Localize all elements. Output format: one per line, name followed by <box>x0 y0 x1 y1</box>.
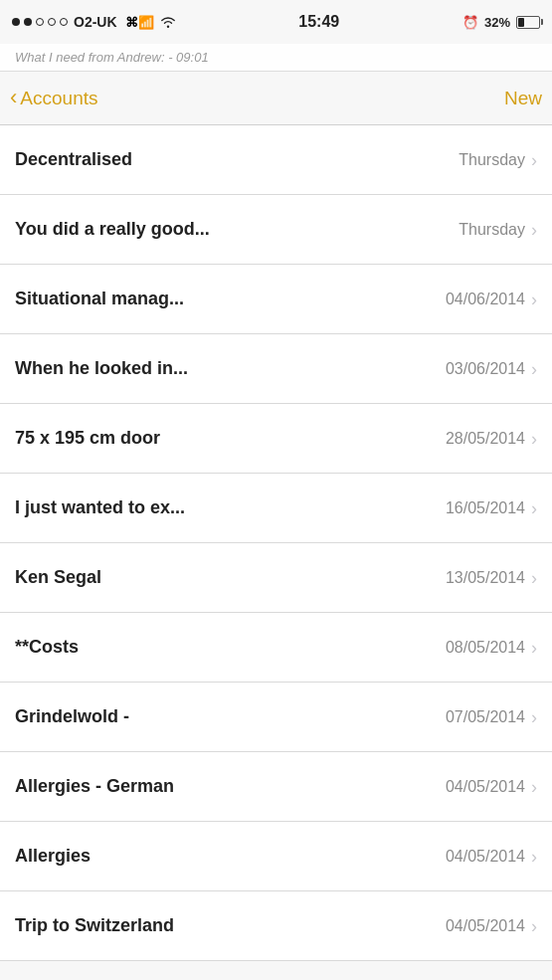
dot-5 <box>60 18 68 26</box>
dot-3 <box>36 18 44 26</box>
status-time: 15:49 <box>298 13 339 31</box>
chevron-right-icon: › <box>531 917 537 935</box>
list-item-title: Grindelwold - <box>15 706 129 726</box>
new-button[interactable]: New <box>504 88 542 109</box>
list-item[interactable]: Decentralised Thursday › <box>0 125 552 195</box>
list-item-right: 04/05/2014 › <box>446 848 537 866</box>
list-item-title: I just wanted to ex... <box>15 497 185 517</box>
list-item-title: 75 x 195 cm door <box>15 428 160 448</box>
list-item-content: You did a really good... <box>15 219 459 240</box>
list-item-date: 16/05/2014 <box>446 499 525 517</box>
wifi-icon: ⌘📶 <box>125 15 154 30</box>
list-item-date: 13/05/2014 <box>446 569 525 587</box>
list-item-right: 04/05/2014 › <box>446 778 537 796</box>
notification-banner: What I need from Andrew: - 09:01 <box>0 44 552 72</box>
list-item-content: **Costs <box>15 637 446 658</box>
chevron-right-icon: › <box>531 430 537 448</box>
back-chevron-icon: ‹ <box>10 87 17 108</box>
list-item-title: Decentralised <box>15 149 132 169</box>
chevron-right-icon: › <box>531 708 537 726</box>
status-left: O2-UK ⌘📶 <box>12 14 176 30</box>
battery-icon <box>516 16 540 29</box>
list-item-date: 04/05/2014 <box>446 917 525 935</box>
list-item[interactable]: You did a really good... Thursday › <box>0 195 552 265</box>
list-item-right: 03/06/2014 › <box>446 360 537 378</box>
list-item-content: Allergies <box>15 846 446 867</box>
list-item-date: 04/05/2014 <box>446 778 525 796</box>
list-item[interactable]: Ken Segal 13/05/2014 › <box>0 543 552 613</box>
chevron-right-icon: › <box>531 221 537 239</box>
list-item-title: Ken Segal <box>15 567 101 587</box>
back-button[interactable]: ‹ Accounts <box>10 88 97 109</box>
list-item-date: 04/05/2014 <box>446 848 525 866</box>
list-item[interactable]: Grindelwold - 07/05/2014 › <box>0 683 552 752</box>
chevron-right-icon: › <box>531 778 537 796</box>
list-item-date: Thursday <box>459 151 525 169</box>
notes-list: Decentralised Thursday › You did a reall… <box>0 125 552 961</box>
chevron-right-icon: › <box>531 848 537 866</box>
list-item[interactable]: I just wanted to ex... 16/05/2014 › <box>0 474 552 543</box>
list-item-date: 04/06/2014 <box>446 291 525 308</box>
notification-text: What I need from Andrew: - 09:01 <box>15 50 209 65</box>
list-item-right: Thursday › <box>459 151 537 169</box>
list-item-title: Allergies - German <box>15 776 174 796</box>
list-item-content: 75 x 195 cm door <box>15 428 446 449</box>
list-item-right: Thursday › <box>459 221 537 239</box>
list-item-date: Thursday <box>459 221 525 239</box>
chevron-right-icon: › <box>531 360 537 378</box>
list-item-content: Situational manag... <box>15 289 446 309</box>
list-item[interactable]: Allergies - German 04/05/2014 › <box>0 752 552 822</box>
list-item-date: 08/05/2014 <box>446 639 525 657</box>
list-item[interactable]: Trip to Switzerland 04/05/2014 › <box>0 891 552 961</box>
chevron-right-icon: › <box>531 639 537 657</box>
dot-2 <box>24 18 32 26</box>
list-item-date: 03/06/2014 <box>446 360 525 378</box>
list-item-content: Decentralised <box>15 149 459 170</box>
list-item-title: When he looked in... <box>15 358 188 378</box>
chevron-right-icon: › <box>531 151 537 169</box>
list-item-right: 28/05/2014 › <box>446 430 537 448</box>
list-item-title: You did a really good... <box>15 219 210 239</box>
list-item[interactable]: Situational manag... 04/06/2014 › <box>0 265 552 334</box>
chevron-right-icon: › <box>531 569 537 587</box>
chevron-right-icon: › <box>531 499 537 517</box>
chevron-right-icon: › <box>531 291 537 308</box>
list-item-date: 28/05/2014 <box>446 430 525 448</box>
alarm-icon: ⏰ <box>462 15 478 30</box>
signal-dots <box>12 18 68 26</box>
list-item-right: 04/05/2014 › <box>446 917 537 935</box>
list-item-content: Trip to Switzerland <box>15 915 446 936</box>
list-item-title: **Costs <box>15 637 79 657</box>
navigation-bar: ‹ Accounts New <box>0 72 552 125</box>
list-item-date: 07/05/2014 <box>446 708 525 726</box>
status-right: ⏰ 32% <box>462 15 540 30</box>
back-label: Accounts <box>20 88 97 109</box>
wifi-icon <box>160 16 176 28</box>
list-item-title: Allergies <box>15 846 91 866</box>
list-item-content: Ken Segal <box>15 567 446 588</box>
list-item-content: Grindelwold - <box>15 706 446 727</box>
dot-4 <box>48 18 56 26</box>
battery-fill <box>518 18 524 27</box>
list-item-right: 07/05/2014 › <box>446 708 537 726</box>
carrier-label: O2-UK <box>74 14 117 30</box>
battery-percent: 32% <box>484 15 510 30</box>
list-item[interactable]: 75 x 195 cm door 28/05/2014 › <box>0 404 552 474</box>
status-bar: O2-UK ⌘📶 15:49 ⏰ 32% <box>0 0 552 44</box>
list-item-title: Trip to Switzerland <box>15 915 174 935</box>
list-item-content: When he looked in... <box>15 358 446 379</box>
list-item-title: Situational manag... <box>15 289 184 308</box>
list-item-content: I just wanted to ex... <box>15 497 446 518</box>
list-item-right: 08/05/2014 › <box>446 639 537 657</box>
list-item[interactable]: Allergies 04/05/2014 › <box>0 822 552 891</box>
dot-1 <box>12 18 20 26</box>
list-item-right: 16/05/2014 › <box>446 499 537 517</box>
list-item-right: 13/05/2014 › <box>446 569 537 587</box>
list-item-content: Allergies - German <box>15 776 446 797</box>
list-item[interactable]: When he looked in... 03/06/2014 › <box>0 334 552 404</box>
list-item[interactable]: **Costs 08/05/2014 › <box>0 613 552 683</box>
list-item-right: 04/06/2014 › <box>446 291 537 308</box>
